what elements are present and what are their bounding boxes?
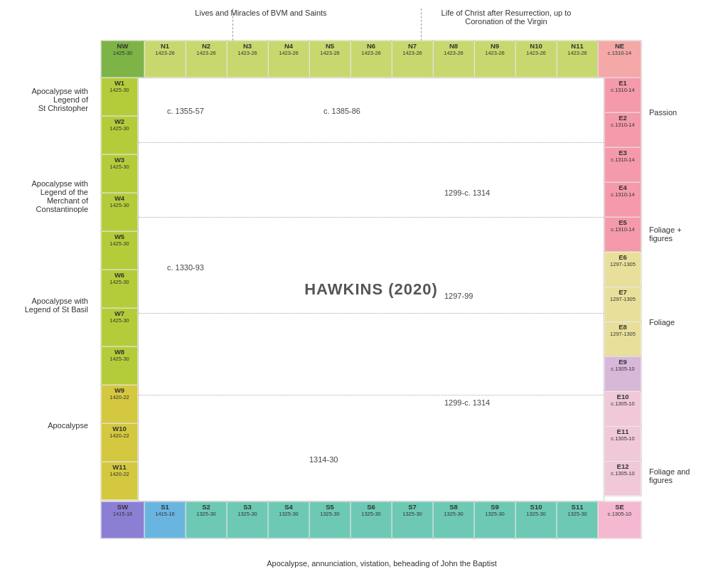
cell-label-e10: E10	[617, 393, 629, 400]
cell-date-w9: 1420-22	[109, 395, 129, 400]
left-label-apocalypse: Apocalypse	[23, 421, 94, 430]
cell-label-n10: N10	[530, 43, 542, 50]
cell-date-sw: 1415-16	[113, 511, 133, 517]
cell-date-s8: 1325-30	[444, 511, 464, 517]
cell-n10: N101423-26	[515, 41, 557, 78]
cell-label-w5: W5	[114, 233, 124, 240]
cell-date-s10: 1325-30	[526, 511, 546, 517]
cell-label-e1: E1	[619, 80, 627, 87]
cell-date-ne: c.1310-14	[608, 51, 631, 56]
top-label-right: Life of Christ after Resurrection, up to…	[400, 9, 613, 26]
cell-label-s1: S1	[161, 504, 169, 511]
cell-label-se: SE	[615, 504, 624, 511]
cell-label-s5: S5	[326, 504, 334, 511]
cell-label-s8: S8	[449, 504, 458, 511]
cell-s5: S51325-30	[309, 501, 350, 538]
center-area: HAWKINS (2020) c. 1355-57c. 1385-861299-…	[138, 78, 604, 501]
cell-e8: E81297-1305	[604, 322, 641, 356]
cell-e1: E1c.1310-14	[604, 78, 641, 112]
cell-date-w10: 1420-22	[109, 433, 129, 439]
center-date: c. 1330-93	[167, 263, 204, 272]
cell-label-n6: N6	[367, 43, 375, 50]
cell-label-s2: S2	[202, 504, 210, 511]
cell-w2: W21425-30	[101, 116, 138, 154]
cell-s4: S41325-30	[268, 501, 309, 538]
cell-w8: W81425-30	[101, 346, 138, 385]
cell-date-se: c.1305-10	[608, 511, 631, 517]
cell-date-w5: 1425-30	[109, 241, 129, 247]
grid-outer: NW1425-30N11423-26N21423-26N31423-26N414…	[101, 41, 641, 538]
cell-s10: S101325-30	[515, 501, 557, 538]
top-divider-right	[421, 9, 422, 41]
cell-date-e9: c.1305-10	[611, 366, 634, 372]
cell-date-n8: 1423-26	[444, 51, 464, 56]
cell-w5: W51425-30	[101, 231, 138, 270]
right-col: E1c.1310-14E2c.1310-14E3c.1310-14E4c.131…	[604, 78, 641, 501]
cell-label-nw: NW	[117, 43, 129, 50]
cell-label-n2: N2	[202, 43, 210, 50]
cell-date-s11: 1325-30	[567, 511, 587, 517]
cell-w3: W31425-30	[101, 154, 138, 193]
right-label-foliage-figures2: Foliage and figures	[645, 467, 705, 484]
cell-s8: S81325-30	[433, 501, 474, 538]
cell-date-e3: c.1310-14	[611, 157, 634, 163]
cell-date-n2: 1423-26	[196, 51, 216, 56]
cell-label-e5: E5	[619, 219, 627, 226]
cell-date-n4: 1423-26	[279, 51, 299, 56]
cell-date-w4: 1425-30	[109, 203, 129, 208]
cell-date-w8: 1425-30	[109, 356, 129, 362]
center-date: 1299-c. 1314	[444, 188, 490, 197]
top-row: NW1425-30N11423-26N21423-26N31423-26N414…	[101, 41, 641, 78]
cell-nw: NW1425-30	[101, 41, 144, 78]
left-col: W11425-30W21425-30W31425-30W41425-30W514…	[101, 78, 138, 501]
cell-date-n7: 1423-26	[402, 51, 422, 56]
cell-s6: S61325-30	[350, 501, 392, 538]
cell-label-sw: SW	[117, 504, 128, 511]
cell-s11: S111325-30	[557, 501, 598, 538]
cell-date-w3: 1425-30	[109, 164, 129, 170]
cell-ne: NEc.1310-14	[598, 41, 641, 78]
cell-date-e1: c.1310-14	[611, 87, 634, 93]
dotted-separator	[139, 142, 604, 143]
left-label-merchant: Apocalypse withLegend of theMerchant ofC…	[23, 179, 94, 213]
cell-date-w2: 1425-30	[109, 126, 129, 132]
cell-date-n11: 1423-26	[567, 51, 587, 56]
cell-e5: E5c.1310-14	[604, 217, 641, 252]
cell-w11: W111420-22	[101, 462, 138, 500]
cell-label-s9: S9	[491, 504, 499, 511]
cell-label-e7: E7	[619, 289, 627, 296]
cell-label-w3: W3	[114, 156, 124, 164]
cell-s3: S31325-30	[227, 501, 268, 538]
cell-label-n9: N9	[491, 43, 499, 50]
right-label-passion: Passion	[645, 108, 677, 117]
bottom-row: SW1415-16S11415-16S21325-30S31325-30S413…	[101, 501, 641, 538]
cell-date-e4: c.1310-14	[611, 192, 634, 198]
cell-se: SEc.1305-10	[598, 501, 641, 538]
cell-label-s11: S11	[572, 504, 584, 511]
cell-label-e2: E2	[619, 115, 627, 122]
cell-label-w6: W6	[114, 272, 124, 279]
dotted-separator	[139, 313, 604, 314]
cell-label-n11: N11	[571, 43, 583, 50]
cell-label-w1: W1	[114, 80, 124, 87]
top-label-left: Lives and Miracles of BVM and Saints	[147, 9, 375, 17]
cell-date-s4: 1325-30	[279, 511, 299, 517]
cell-s7: S71325-30	[392, 501, 433, 538]
cell-label-e4: E4	[619, 184, 627, 191]
cell-label-e6: E6	[619, 254, 627, 261]
cell-n11: N111423-26	[557, 41, 598, 78]
left-label-christopher: Apocalypse withLegend ofSt Christopher	[23, 87, 94, 112]
cell-sw: SW1415-16	[101, 501, 144, 538]
cell-date-s6: 1325-30	[361, 511, 381, 517]
cell-n1: N11423-26	[144, 41, 186, 78]
right-label-foliage-figures: Foliage + figures	[645, 225, 705, 243]
cell-s1: S11415-16	[144, 501, 186, 538]
center-date: 1314-30	[309, 455, 338, 464]
cell-w6: W61425-30	[101, 270, 138, 308]
dotted-separator	[139, 395, 604, 395]
center-title: HAWKINS (2020)	[304, 280, 438, 299]
bottom-label: Apocalypse, annunciation, vistation, beh…	[147, 559, 616, 568]
cell-date-s9: 1325-30	[485, 511, 505, 517]
cell-e9: E9c.1305-10	[604, 356, 641, 391]
cell-n4: N41423-26	[268, 41, 309, 78]
